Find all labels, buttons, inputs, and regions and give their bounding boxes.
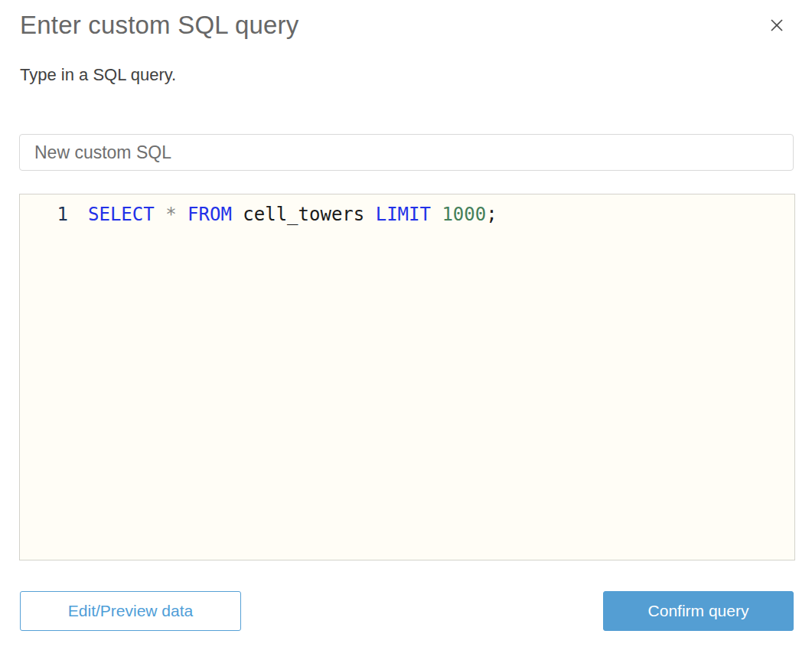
code-text: SELECT * FROM cell_towers LIMIT 1000;	[88, 201, 497, 227]
code-token-plain	[177, 204, 188, 225]
code-line: 1SELECT * FROM cell_towers LIMIT 1000;	[20, 201, 794, 227]
line-number: 1	[20, 201, 68, 227]
code-token-number: 1000	[442, 204, 486, 225]
code-token-plain	[431, 204, 442, 225]
code-token-operator: *	[165, 204, 176, 225]
dialog-title: Enter custom SQL query	[20, 11, 299, 40]
code-token-keyword: LIMIT	[376, 204, 431, 225]
edit-preview-data-button[interactable]: Edit/Preview data	[20, 591, 241, 631]
query-name-input[interactable]	[19, 134, 794, 171]
code-lines: 1SELECT * FROM cell_towers LIMIT 1000;	[20, 201, 794, 227]
confirm-query-button[interactable]: Confirm query	[603, 591, 794, 631]
code-token-plain: cell_towers	[232, 204, 376, 225]
code-token-keyword: FROM	[188, 204, 232, 225]
code-token-plain	[155, 204, 165, 225]
close-icon	[768, 17, 785, 34]
custom-sql-dialog: Enter custom SQL query Type in a SQL que…	[0, 0, 812, 647]
code-token-plain: ;	[486, 204, 497, 225]
dialog-subtitle: Type in a SQL query.	[20, 65, 176, 85]
sql-code-editor[interactable]: 1SELECT * FROM cell_towers LIMIT 1000;	[19, 194, 795, 560]
close-button[interactable]	[765, 14, 788, 37]
code-token-keyword: SELECT	[88, 204, 155, 225]
